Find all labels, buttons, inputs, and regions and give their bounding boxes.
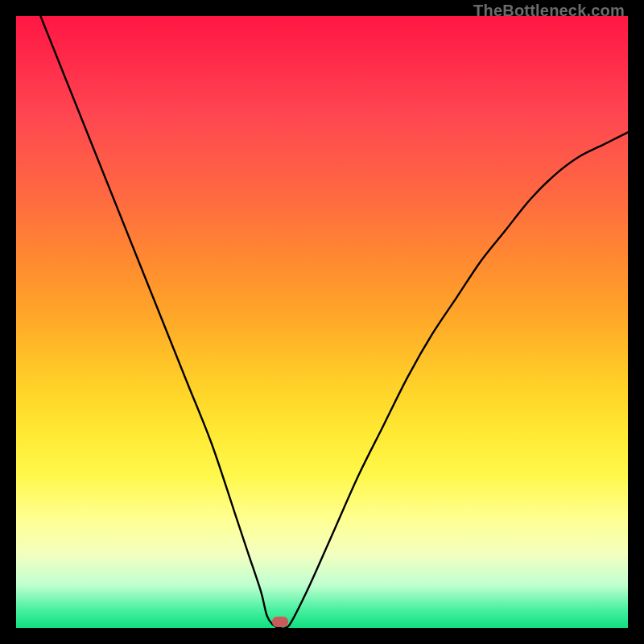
optimal-point-marker [272, 617, 288, 627]
bottleneck-curve [16, 16, 628, 628]
plot-area [16, 16, 628, 628]
chart-container: TheBottleneck.com [0, 0, 644, 644]
